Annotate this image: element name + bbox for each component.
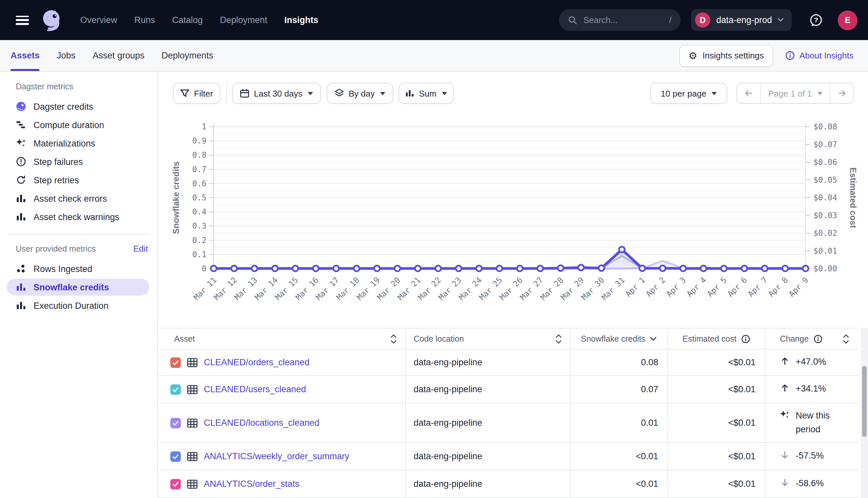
- svg-text:$0.05: $0.05: [814, 175, 837, 185]
- arrow-left-icon: [744, 89, 754, 98]
- svg-text:0.5: 0.5: [192, 193, 206, 202]
- svg-text:$0.02: $0.02: [814, 228, 837, 238]
- aggregation-dropdown[interactable]: Sum: [398, 83, 454, 104]
- asset-checkbox[interactable]: [170, 357, 181, 368]
- code-location-cell: data-eng-pipeline: [405, 350, 570, 375]
- estimated-cost-cell: <$0.01: [667, 403, 765, 442]
- asset-link[interactable]: CLEANED/locations_cleaned: [204, 418, 319, 428]
- snowflake-credits-cell: 0.01: [570, 403, 667, 442]
- alert-icon: [16, 156, 26, 167]
- tab-assets[interactable]: Assets: [11, 40, 40, 71]
- arrow-right-icon: [837, 89, 847, 98]
- svg-text:0: 0: [202, 264, 206, 273]
- sidebar-item-asset-check-errors[interactable]: Asset check errors: [0, 189, 157, 208]
- sidebar-item-compute-duration[interactable]: Compute duration: [0, 116, 157, 134]
- sidebar-item-snowflake-credits[interactable]: Snowflake credits: [7, 278, 149, 296]
- sort-icon[interactable]: [390, 333, 397, 344]
- asset-link[interactable]: ANALYTICS/order_stats: [204, 479, 299, 489]
- bar-chart-icon: [405, 89, 414, 98]
- next-page-button[interactable]: [830, 83, 854, 103]
- group-by-dropdown[interactable]: By day: [327, 83, 393, 104]
- column-header-code-location[interactable]: Code location: [405, 328, 570, 349]
- sidebar-item-materializations[interactable]: Materializations: [0, 134, 157, 153]
- help-button[interactable]: ?: [809, 13, 823, 27]
- caret-down-icon: [817, 92, 822, 95]
- asset-checkbox[interactable]: [170, 451, 181, 461]
- sidebar-item-label: Asset check warnings: [34, 212, 119, 222]
- about-insights-link[interactable]: About Insights: [785, 51, 854, 61]
- sidebar-item-dagster-credits[interactable]: Dagster credits: [0, 97, 157, 116]
- chevron-down-icon: [650, 336, 657, 341]
- snowflake-credits-cell: <0.01: [570, 443, 667, 470]
- user-metrics-list: Rows IngestedSnowflake creditsExecution …: [0, 260, 157, 315]
- table-asset-icon: [187, 479, 198, 489]
- info-icon: [741, 334, 750, 343]
- column-header-snowflake-credits[interactable]: Snowflake credits: [570, 328, 667, 349]
- table-asset-icon: [187, 451, 198, 461]
- svg-text:0.4: 0.4: [192, 207, 206, 217]
- column-header-asset[interactable]: Asset: [158, 328, 405, 349]
- nav-right: Search... / D data-eng-prod ? E: [559, 0, 857, 40]
- caret-down-icon: [712, 92, 717, 95]
- change-cell: +34.1%: [765, 376, 859, 403]
- sidebar-item-step-failures[interactable]: Step failures: [0, 153, 157, 171]
- cost-value: <$0.01: [728, 384, 755, 394]
- deployment-badge: D: [695, 12, 710, 28]
- filter-button[interactable]: Filter: [173, 83, 220, 104]
- insights-settings-button[interactable]: ⚙ Insights settings: [679, 44, 773, 67]
- asset-checkbox[interactable]: [170, 418, 181, 428]
- deployment-switcher[interactable]: D data-eng-prod: [691, 9, 792, 31]
- y-axis-right-title: Estimated cost: [848, 168, 858, 228]
- insights-chart[interactable]: 00.10.20.30.40.50.60.70.80.91$0.00$0.01$…: [158, 112, 868, 315]
- filter-icon: [180, 89, 189, 97]
- nav-item-catalog[interactable]: Catalog: [172, 15, 203, 25]
- deployment-name: data-eng-prod: [716, 15, 772, 25]
- info-icon: [785, 51, 795, 61]
- cost-value: <$0.01: [728, 479, 755, 489]
- table-asset-icon: [187, 418, 198, 428]
- nav-item-overview[interactable]: Overview: [80, 15, 117, 25]
- sort-icon[interactable]: [555, 333, 562, 344]
- asset-cell: ANALYTICS/order_stats: [158, 470, 405, 497]
- sort-icon[interactable]: [842, 333, 850, 344]
- nav-item-runs[interactable]: Runs: [135, 15, 155, 25]
- toolbar-divider: [226, 83, 227, 104]
- asset-checkbox[interactable]: [170, 384, 181, 394]
- date-range-dropdown[interactable]: Last 30 days: [232, 83, 321, 104]
- cost-value: <$0.01: [728, 451, 755, 461]
- tab-deployments[interactable]: Deployments: [162, 40, 213, 71]
- credits-value: <0.01: [636, 451, 658, 461]
- caret-down-icon: [442, 92, 447, 95]
- page-indicator-dropdown[interactable]: Page 1 of 1: [760, 83, 830, 103]
- svg-text:Apr 1: Apr 1: [624, 275, 647, 299]
- user-avatar[interactable]: E: [838, 10, 857, 30]
- sidebar-item-rows-ingested[interactable]: Rows Ingested: [0, 260, 157, 278]
- svg-text:?: ?: [814, 16, 818, 23]
- tab-jobs[interactable]: Jobs: [57, 40, 76, 71]
- nav-item-insights[interactable]: Insights: [284, 15, 319, 25]
- retry-icon: [16, 175, 26, 185]
- edit-metrics-link[interactable]: Edit: [133, 244, 148, 253]
- scrollbar-thumb[interactable]: [862, 366, 867, 437]
- sparkle-icon: [780, 410, 790, 420]
- hamburger-menu-icon[interactable]: [16, 15, 29, 25]
- sidebar-item-execution-duration[interactable]: Execution Duration: [0, 296, 157, 315]
- svg-text:$0.07: $0.07: [814, 140, 837, 149]
- speed-icon: [16, 120, 26, 130]
- asset-checkbox[interactable]: [170, 479, 181, 489]
- svg-text:0.6: 0.6: [192, 179, 206, 188]
- column-header-estimated-cost[interactable]: Estimated cost: [667, 328, 765, 349]
- sidebar-item-asset-check-warnings[interactable]: Asset check warnings: [0, 208, 157, 226]
- column-header-change[interactable]: Change: [765, 328, 859, 349]
- sidebar-item-step-retries[interactable]: Step retries: [0, 171, 157, 189]
- asset-link[interactable]: CLEANED/users_cleaned: [204, 384, 306, 394]
- search-input[interactable]: Search... /: [559, 9, 680, 31]
- prev-page-button[interactable]: [737, 83, 760, 103]
- asset-link[interactable]: ANALYTICS/weekly_order_summary: [204, 451, 349, 461]
- per-page-dropdown[interactable]: 10 per page: [650, 83, 727, 104]
- dagster-logo-icon: [41, 9, 63, 31]
- nav-item-deployment[interactable]: Deployment: [220, 15, 267, 25]
- asset-link[interactable]: CLEANED/orders_cleaned: [204, 357, 309, 367]
- tab-asset-groups[interactable]: Asset groups: [93, 40, 145, 71]
- chart-toolbar: Filter Last 30 days By day Sum 10 per pa…: [158, 83, 868, 104]
